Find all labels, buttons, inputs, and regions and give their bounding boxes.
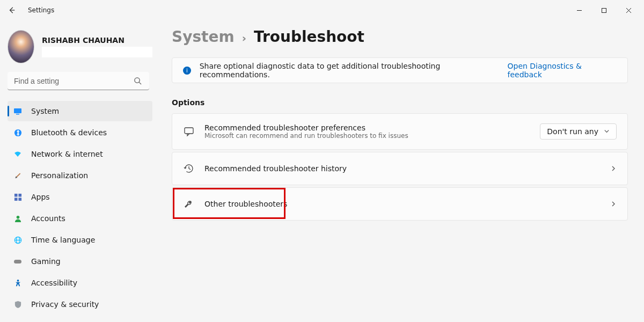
card-title: Recommended troubleshooter preferences	[204, 123, 408, 132]
window-title: Settings	[28, 6, 54, 14]
svg-rect-10	[14, 193, 17, 196]
open-diagnostics-link[interactable]: Open Diagnostics & feedback	[508, 62, 617, 79]
system-icon	[13, 106, 23, 116]
card-subtitle: Microsoft can recommend and run troubles…	[204, 132, 408, 140]
svg-rect-12	[14, 197, 17, 201]
window-controls	[567, 2, 641, 19]
info-icon: i	[183, 67, 191, 75]
svg-rect-18	[14, 260, 21, 264]
sidebar-item-label: Network & internet	[31, 150, 103, 158]
profile-email-redacted	[42, 47, 152, 57]
sidebar-item-accounts[interactable]: Accounts	[8, 208, 152, 229]
banner-text: Share optional diagnostic data to get ad…	[200, 62, 508, 79]
breadcrumb: System › Troubleshoot	[172, 28, 628, 46]
svg-rect-11	[18, 193, 21, 196]
nav: System Bluetooth & devices Network & int…	[8, 101, 152, 316]
card-title: Recommended troubleshooter history	[204, 164, 347, 173]
svg-rect-7	[16, 114, 19, 115]
globe-icon	[13, 235, 23, 245]
maximize-button[interactable]	[591, 2, 616, 19]
profile-block[interactable]: RISHABH CHAUHAN	[8, 30, 152, 63]
search-input[interactable]	[8, 72, 149, 90]
sidebar-item-label: Accounts	[31, 214, 65, 223]
brush-icon	[11, 169, 24, 182]
sidebar-item-gaming[interactable]: Gaming	[8, 251, 152, 272]
svg-rect-9	[16, 173, 20, 177]
chevron-right-icon	[610, 164, 617, 174]
card-troubleshooter-preferences[interactable]: Recommended troubleshooter preferences M…	[172, 113, 628, 150]
shield-icon	[13, 299, 23, 309]
wrench-icon	[183, 198, 195, 210]
back-button[interactable]	[3, 2, 20, 19]
svg-rect-13	[18, 197, 21, 201]
svg-point-4	[135, 78, 140, 83]
title-bar: Settings	[0, 0, 644, 20]
card-other-troubleshooters[interactable]: Other troubleshooters	[172, 187, 628, 221]
sidebar-item-label: Apps	[31, 193, 50, 201]
sidebar-item-privacy[interactable]: Privacy & security	[8, 294, 152, 314]
svg-rect-1	[602, 8, 606, 12]
person-icon	[13, 214, 23, 223]
sidebar-item-system[interactable]: System	[8, 101, 152, 121]
sidebar: RISHABH CHAUHAN System	[0, 20, 161, 322]
chevron-down-icon	[604, 127, 610, 136]
chevron-right-icon	[610, 199, 617, 209]
close-button[interactable]	[616, 2, 641, 19]
breadcrumb-parent[interactable]: System	[172, 28, 235, 46]
sidebar-item-personalization[interactable]: Personalization	[8, 165, 152, 186]
card-troubleshooter-history[interactable]: Recommended troubleshooter history	[172, 152, 628, 185]
profile-name: RISHABH CHAUHAN	[42, 36, 152, 45]
sidebar-item-accessibility[interactable]: Accessibility	[8, 273, 152, 293]
chevron-right-icon: ›	[242, 32, 246, 45]
accessibility-icon	[13, 278, 23, 288]
svg-rect-20	[185, 128, 193, 134]
search-icon	[134, 77, 142, 87]
bluetooth-icon	[13, 128, 23, 137]
dropdown-value: Don't run any	[547, 127, 598, 136]
gamepad-icon	[13, 257, 23, 266]
sidebar-item-label: Gaming	[31, 257, 61, 266]
sidebar-item-label: Accessibility	[31, 279, 77, 287]
chat-icon	[183, 126, 195, 137]
svg-rect-6	[14, 108, 21, 113]
wifi-icon	[13, 149, 23, 159]
troubleshooter-mode-dropdown[interactable]: Don't run any	[540, 123, 617, 140]
avatar	[8, 30, 34, 63]
svg-point-19	[17, 279, 19, 281]
svg-point-14	[16, 215, 19, 218]
sidebar-item-bluetooth[interactable]: Bluetooth & devices	[8, 122, 152, 143]
history-icon	[183, 163, 195, 174]
diagnostics-banner: i Share optional diagnostic data to get …	[172, 57, 628, 83]
minimize-button[interactable]	[567, 2, 591, 19]
sidebar-item-network[interactable]: Network & internet	[8, 144, 152, 164]
sidebar-item-time[interactable]: Time & language	[8, 230, 152, 250]
card-title: Other troubleshooters	[204, 200, 287, 208]
sidebar-item-label: Time & language	[31, 236, 95, 244]
search-box[interactable]	[8, 72, 152, 90]
svg-line-5	[139, 82, 141, 84]
section-heading: Options	[172, 98, 628, 107]
sidebar-item-label: Privacy & security	[31, 300, 99, 309]
sidebar-item-apps[interactable]: Apps	[8, 187, 152, 207]
main-content: System › Troubleshoot i Share optional d…	[161, 20, 644, 322]
sidebar-item-label: Bluetooth & devices	[31, 128, 107, 137]
page-title: Troubleshoot	[254, 28, 364, 46]
grid-icon	[13, 192, 23, 202]
sidebar-item-label: Personalization	[31, 171, 88, 180]
sidebar-item-label: System	[31, 107, 59, 115]
